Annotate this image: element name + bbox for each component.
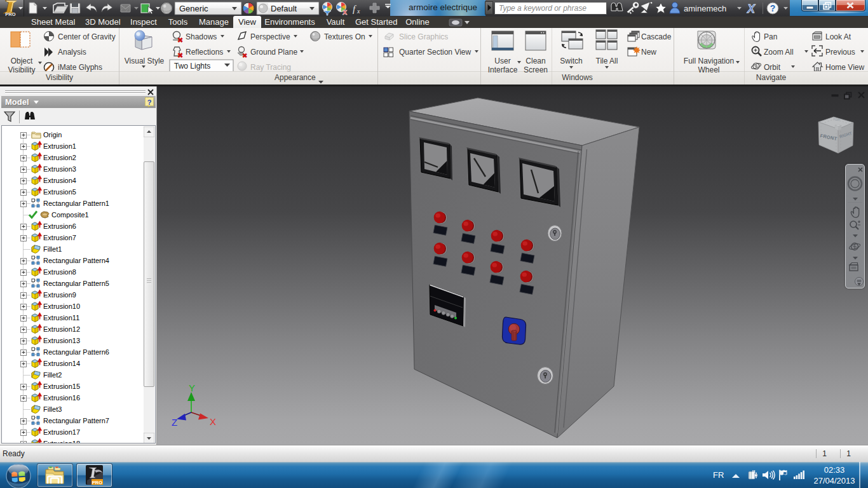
svg-text:PRO: PRO: [5, 11, 15, 17]
svg-text:Extrusion3: Extrusion3: [43, 165, 76, 173]
svg-text:✖: ✖: [177, 51, 183, 59]
svg-text:Two Lights: Two Lights: [174, 62, 210, 71]
svg-text:Fillet1: Fillet1: [43, 245, 62, 253]
svg-text:Extrusion13: Extrusion13: [43, 337, 80, 344]
svg-text:?: ?: [147, 98, 152, 106]
svg-text:x: x: [356, 8, 360, 15]
svg-text:Z: Z: [172, 417, 177, 428]
svg-text:Extrusion14: Extrusion14: [43, 360, 80, 367]
svg-text:Extrusion11: Extrusion11: [43, 314, 79, 322]
svg-text:Default: Default: [271, 4, 297, 13]
svg-text:X: X: [210, 416, 216, 427]
svg-text:Rectangular Pattern7: Rectangular Pattern7: [43, 417, 109, 424]
svg-text:Extrusion9: Extrusion9: [43, 291, 76, 299]
svg-text:Rectangular Pattern5: Rectangular Pattern5: [43, 280, 109, 287]
svg-text:Extrusion5: Extrusion5: [43, 188, 76, 196]
svg-text:Composite1: Composite1: [51, 211, 89, 219]
svg-text:Extrusion17: Extrusion17: [43, 428, 80, 436]
svg-text:Extrusion12: Extrusion12: [43, 325, 80, 333]
svg-text:✖: ✖: [177, 36, 183, 44]
svg-text:Y: Y: [189, 383, 195, 393]
svg-text:Extrusion4: Extrusion4: [43, 177, 76, 184]
svg-text:Extrusion15: Extrusion15: [43, 383, 80, 390]
svg-text:X: X: [747, 3, 756, 15]
svg-text:Rectangular Pattern1: Rectangular Pattern1: [43, 200, 109, 207]
svg-text:aminemech: aminemech: [684, 4, 726, 13]
svg-text:✖: ✖: [242, 52, 247, 59]
svg-text:?: ?: [770, 3, 776, 13]
svg-text:Extrusion18: Extrusion18: [43, 440, 80, 444]
svg-text:Fillet3: Fillet3: [43, 405, 62, 413]
svg-text:Generic: Generic: [179, 4, 208, 13]
svg-text:Extrusion6: Extrusion6: [43, 222, 76, 230]
svg-text:x: x: [342, 7, 348, 17]
svg-text:PRO: PRO: [92, 480, 102, 485]
svg-text:Extrusion16: Extrusion16: [43, 394, 80, 402]
svg-text:f: f: [353, 4, 356, 14]
svg-text:Extrusion8: Extrusion8: [43, 268, 76, 276]
svg-text:Rectangular Pattern6: Rectangular Pattern6: [43, 348, 109, 356]
svg-text:Rectangular Pattern4: Rectangular Pattern4: [43, 257, 109, 264]
svg-text:Extrusion7: Extrusion7: [43, 234, 76, 241]
svg-text:Extrusion2: Extrusion2: [43, 154, 76, 161]
svg-text:Extrusion1: Extrusion1: [43, 142, 76, 150]
svg-text:Extrusion10: Extrusion10: [43, 302, 80, 310]
svg-text:Origin: Origin: [43, 131, 62, 139]
svg-text:Fillet2: Fillet2: [43, 371, 62, 379]
